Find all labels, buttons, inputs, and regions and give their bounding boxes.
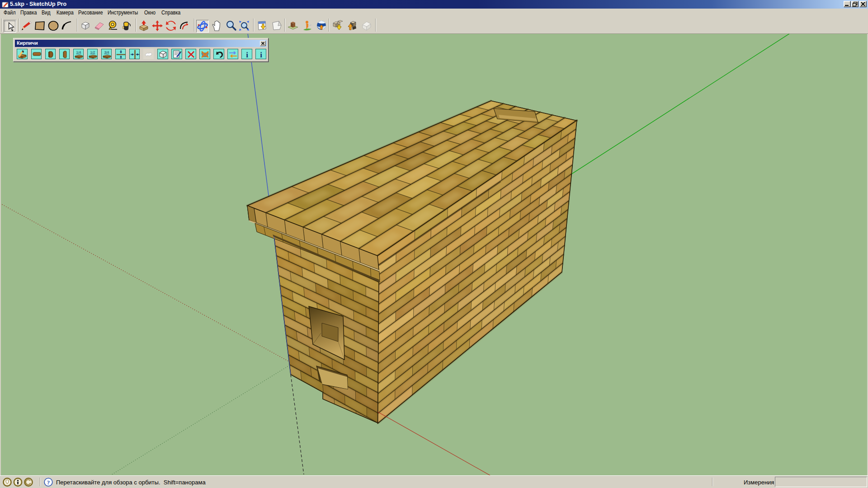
svg-text:1/4: 1/4	[76, 50, 81, 54]
svg-text:1/2: 1/2	[90, 50, 95, 54]
svg-text:i: i	[260, 51, 263, 59]
svg-text:?: ?	[47, 479, 50, 486]
svg-text:i: i	[246, 51, 249, 59]
svg-text:3/4: 3/4	[104, 50, 109, 54]
